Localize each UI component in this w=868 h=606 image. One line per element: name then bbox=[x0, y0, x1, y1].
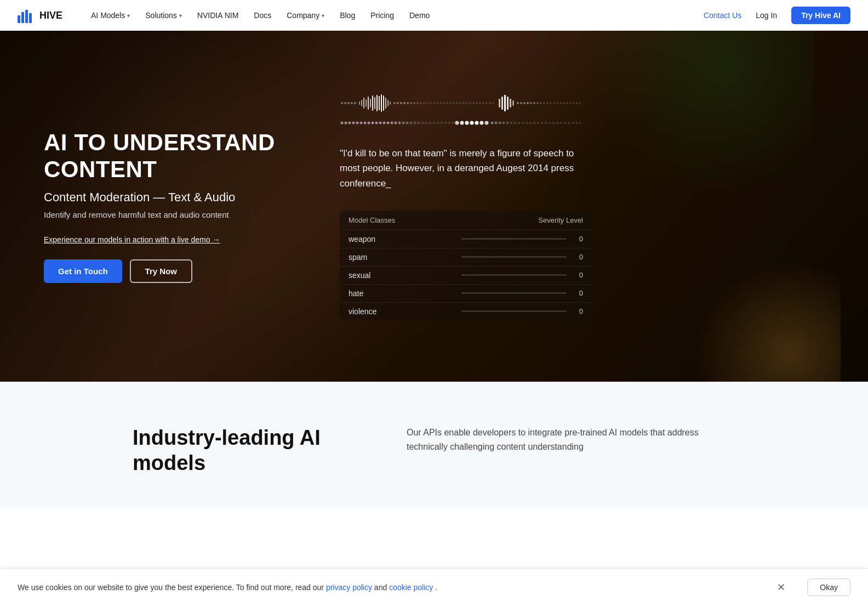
nav-demo[interactable]: Demo bbox=[403, 8, 436, 23]
svg-rect-12 bbox=[366, 99, 367, 107]
nav-solutions[interactable]: Solutions ▾ bbox=[139, 8, 189, 23]
svg-point-7 bbox=[351, 102, 353, 104]
lower-content: Industry-leading AI models Our APIs enab… bbox=[133, 426, 735, 475]
svg-rect-14 bbox=[370, 99, 371, 107]
svg-point-41 bbox=[449, 102, 452, 104]
svg-point-92 bbox=[383, 122, 386, 124]
svg-rect-57 bbox=[504, 95, 506, 111]
svg-point-73 bbox=[556, 102, 558, 104]
nav-links: AI Models ▾ Solutions ▾ NVIDIA NIM Docs … bbox=[84, 8, 704, 23]
svg-point-35 bbox=[430, 102, 432, 104]
svg-point-132 bbox=[545, 122, 547, 124]
svg-point-47 bbox=[469, 102, 471, 104]
svg-point-130 bbox=[537, 122, 540, 124]
class-bar-hate bbox=[461, 292, 567, 294]
svg-point-94 bbox=[391, 122, 393, 124]
waveform-dots-row bbox=[340, 120, 824, 126]
svg-point-67 bbox=[536, 102, 539, 104]
svg-point-125 bbox=[518, 122, 521, 124]
svg-point-89 bbox=[372, 122, 374, 124]
svg-point-139 bbox=[572, 122, 574, 124]
svg-point-74 bbox=[559, 102, 562, 104]
nav-blog[interactable]: Blog bbox=[333, 8, 362, 23]
svg-point-44 bbox=[459, 102, 461, 104]
svg-point-118 bbox=[491, 122, 494, 124]
svg-point-28 bbox=[407, 102, 409, 104]
class-bar-weapon bbox=[461, 238, 567, 240]
svg-point-102 bbox=[421, 122, 424, 124]
svg-point-65 bbox=[530, 102, 532, 104]
class-val-spam: 0 bbox=[574, 253, 583, 261]
get-in-touch-button[interactable]: Get in Touch bbox=[44, 259, 122, 283]
nav-pricing[interactable]: Pricing bbox=[364, 8, 401, 23]
lower-section: Industry-leading AI models Our APIs enab… bbox=[0, 382, 868, 508]
class-bar-spam bbox=[461, 256, 567, 258]
hero-buttons: Get in Touch Try Now bbox=[44, 259, 307, 283]
nav-nvidia-nim[interactable]: NVIDIA NIM bbox=[191, 8, 245, 23]
nav-ai-models[interactable]: AI Models ▾ bbox=[84, 8, 136, 23]
class-name-spam: spam bbox=[349, 253, 454, 262]
svg-point-54 bbox=[492, 102, 494, 104]
login-link[interactable]: Log In bbox=[748, 8, 785, 23]
logo-text: HIVE bbox=[39, 10, 62, 21]
svg-rect-60 bbox=[512, 100, 514, 106]
svg-point-103 bbox=[425, 122, 428, 124]
svg-point-104 bbox=[429, 122, 432, 124]
model-class-row-spam: spam 0 bbox=[340, 248, 592, 266]
contact-us-link[interactable]: Contact Us bbox=[704, 11, 741, 20]
svg-point-61 bbox=[517, 102, 519, 104]
svg-point-113 bbox=[465, 121, 469, 125]
svg-rect-11 bbox=[363, 98, 364, 109]
model-class-row-weapon: weapon 0 bbox=[340, 230, 592, 248]
svg-point-27 bbox=[403, 102, 406, 104]
class-name-violence: violence bbox=[349, 307, 454, 316]
svg-point-8 bbox=[354, 102, 356, 104]
svg-point-114 bbox=[470, 121, 474, 125]
logo[interactable]: HIVE bbox=[18, 8, 62, 23]
hero-right-panel: "I'd kill to be on that team" is merely … bbox=[340, 92, 824, 320]
svg-point-40 bbox=[446, 102, 448, 104]
svg-point-126 bbox=[522, 122, 524, 124]
svg-point-112 bbox=[460, 121, 464, 125]
svg-point-82 bbox=[345, 122, 347, 124]
nav-docs[interactable]: Docs bbox=[247, 8, 278, 23]
svg-point-45 bbox=[462, 102, 465, 104]
svg-point-38 bbox=[439, 102, 442, 104]
model-class-row-violence: violence 0 bbox=[340, 302, 592, 320]
svg-point-95 bbox=[395, 122, 397, 124]
svg-point-37 bbox=[436, 102, 438, 104]
svg-point-63 bbox=[523, 102, 526, 104]
try-hive-ai-button[interactable]: Try Hive AI bbox=[791, 7, 850, 24]
model-classes-panel: Model Classes Severity Level weapon 0 sp… bbox=[340, 211, 592, 320]
svg-rect-10 bbox=[361, 100, 362, 106]
lower-description: Our APIs enable developers to integrate … bbox=[407, 426, 735, 454]
svg-point-108 bbox=[444, 122, 447, 124]
svg-point-48 bbox=[472, 102, 475, 104]
model-class-row-sexual: sexual 0 bbox=[340, 266, 592, 284]
svg-point-79 bbox=[576, 102, 578, 104]
demo-link[interactable]: Experience our models in action with a l… bbox=[44, 235, 220, 244]
svg-point-43 bbox=[456, 102, 458, 104]
class-val-weapon: 0 bbox=[574, 235, 583, 243]
svg-point-70 bbox=[546, 102, 549, 104]
svg-rect-0 bbox=[18, 15, 20, 23]
svg-point-36 bbox=[433, 102, 435, 104]
svg-point-81 bbox=[341, 122, 344, 124]
svg-point-106 bbox=[437, 122, 439, 124]
svg-rect-55 bbox=[499, 99, 500, 107]
svg-point-128 bbox=[529, 122, 532, 124]
svg-point-66 bbox=[533, 102, 535, 104]
svg-point-46 bbox=[466, 102, 468, 104]
svg-rect-21 bbox=[385, 98, 386, 109]
svg-rect-2 bbox=[25, 10, 28, 23]
svg-point-24 bbox=[393, 102, 396, 104]
svg-point-25 bbox=[397, 102, 399, 104]
svg-rect-9 bbox=[359, 101, 360, 105]
lower-title: Industry-leading AI models bbox=[133, 426, 363, 475]
nav-company[interactable]: Company ▾ bbox=[280, 8, 331, 23]
svg-point-39 bbox=[443, 102, 445, 104]
waveform-svg bbox=[340, 92, 581, 114]
try-now-button[interactable]: Try Now bbox=[130, 259, 192, 283]
svg-point-85 bbox=[356, 122, 359, 124]
svg-point-97 bbox=[402, 122, 405, 124]
